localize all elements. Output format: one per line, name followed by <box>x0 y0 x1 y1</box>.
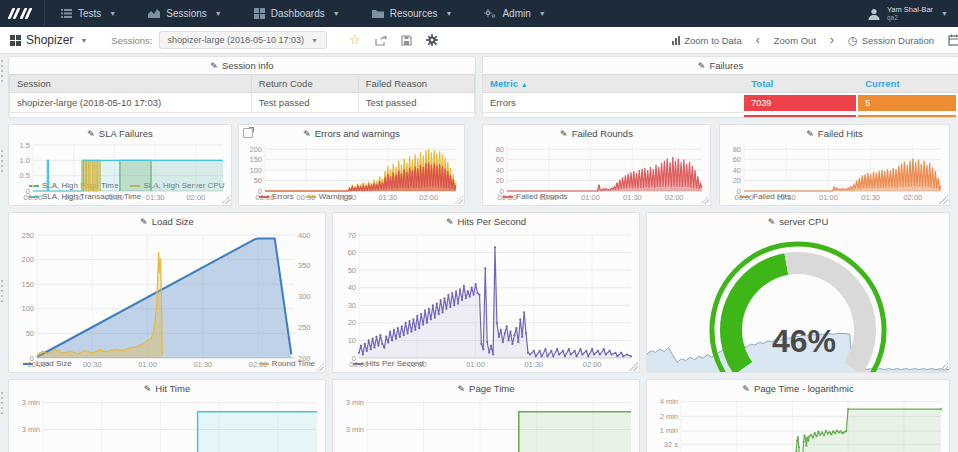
svg-text:150: 150 <box>249 155 262 164</box>
share-icon[interactable] <box>375 35 387 46</box>
edit-pencil-icon[interactable]: ✎ <box>210 61 218 71</box>
hit-time-chart[interactable]: 00:0000:3001:0001:3002:003 min3 min2 min… <box>9 397 325 452</box>
app-logo[interactable] <box>0 0 45 27</box>
resize-handle[interactable] <box>221 195 230 204</box>
edit-pencil-icon[interactable]: ✎ <box>806 129 814 139</box>
panel-title-text: Session info <box>222 60 274 71</box>
zoom-to-data-button[interactable]: Zoom to Data <box>672 35 742 46</box>
errors-warnings-chart[interactable]: 00:0000:3001:0001:3002:00050100150200 <box>239 142 464 192</box>
sla-failures-chart[interactable]: 00:0000:3001:0001:3002:0000.51.01.5 <box>9 142 231 181</box>
edit-pencil-icon[interactable]: ✎ <box>560 129 568 139</box>
grid-icon <box>254 8 265 19</box>
svg-text:0: 0 <box>30 354 34 363</box>
svg-text:02:00: 02:00 <box>419 193 438 202</box>
save-icon[interactable] <box>401 35 412 46</box>
pan-left-button[interactable]: ‹ <box>756 35 760 45</box>
zoom-out-button[interactable]: Zoom Out <box>774 35 816 46</box>
panel-drag-handle[interactable] <box>0 392 5 414</box>
svg-text:3 min: 3 min <box>22 398 40 407</box>
menu-label: Resources <box>390 8 438 19</box>
svg-text:32 s: 32 s <box>664 440 678 449</box>
edit-pencil-icon[interactable]: ✎ <box>87 129 95 139</box>
edit-pencil-icon[interactable]: ✎ <box>144 384 152 394</box>
session-duration-button[interactable]: ◷ Session Duration <box>848 35 934 46</box>
svg-text:01:00: 01:00 <box>138 360 157 369</box>
resize-handle[interactable] <box>454 195 463 204</box>
failed-hits-chart[interactable]: 00:0000:3001:0001:3002:00020406080 <box>720 142 949 192</box>
panel-drag-handle[interactable] <box>0 60 5 82</box>
menu-resources[interactable]: Resources▼ <box>356 0 469 27</box>
menu-sessions[interactable]: Sessions▼ <box>132 0 238 27</box>
column-header-total[interactable]: Total <box>744 75 858 93</box>
menu-dashboards[interactable]: Dashboards▼ <box>238 0 356 27</box>
table-row: Failed Hits 3466 2 <box>483 113 958 119</box>
favorite-star-icon[interactable]: ☆ <box>349 35 361 45</box>
project-grid-icon <box>10 35 21 46</box>
svg-text:20: 20 <box>733 176 741 185</box>
svg-text:350: 350 <box>298 261 311 270</box>
resize-handle[interactable] <box>315 362 324 371</box>
pan-right-button[interactable]: › <box>830 35 834 45</box>
edit-pencil-icon[interactable]: ✎ <box>140 217 148 227</box>
total-value-badge: 7039 <box>744 95 856 111</box>
column-header-metric[interactable]: Metric ▲ <box>483 75 744 93</box>
resize-handle[interactable] <box>629 362 638 371</box>
user-menu[interactable]: Yam Shal-Bar qa2 ▼ <box>867 6 958 22</box>
panel-drag-handle[interactable] <box>0 150 5 172</box>
total-value-badge: 3466 <box>744 115 856 119</box>
table-row: Errors 7039 5 <box>483 93 958 113</box>
panel-drag-handle[interactable] <box>0 280 5 302</box>
svg-text:100: 100 <box>21 304 34 313</box>
svg-text:00:30: 00:30 <box>539 193 558 202</box>
folder-icon <box>372 9 384 19</box>
user-org: qa2 <box>887 14 933 22</box>
failed-hits-panel: ✎Failed Hits 00:0000:3001:0001:3002:0002… <box>719 124 950 206</box>
load-size-chart[interactable]: 00:0000:3001:0001:3002:00050100150200250… <box>9 232 325 359</box>
failures-table: Metric ▲ Total Current Errors 7039 5 Fai… <box>483 74 958 118</box>
svg-text:3 min: 3 min <box>346 398 364 407</box>
server-cpu-gauge[interactable]: 46% <box>647 232 949 372</box>
calendar-icon[interactable] <box>948 34 958 46</box>
area-chart-icon <box>148 8 160 19</box>
edit-pencil-icon[interactable]: ✎ <box>458 384 466 394</box>
current-value-badge: 5 <box>858 95 956 111</box>
panel-title: ✎Session info <box>9 57 475 74</box>
chevron-down-icon: ▼ <box>941 10 948 17</box>
resize-handle[interactable] <box>939 195 948 204</box>
svg-text:60: 60 <box>496 155 504 164</box>
svg-text:40: 40 <box>733 166 741 175</box>
svg-text:100: 100 <box>249 166 262 175</box>
panel-title: ✎Hits Per Second <box>333 213 639 232</box>
user-avatar-icon <box>867 7 881 21</box>
edit-pencil-icon[interactable]: ✎ <box>698 61 706 71</box>
failed-rounds-chart[interactable]: 00:0000:3001:0001:3002:00020406080 <box>483 142 710 192</box>
project-selector[interactable]: Shopizer ▼ <box>0 33 97 47</box>
svg-text:80: 80 <box>496 145 504 154</box>
edit-pencil-icon[interactable]: ✎ <box>742 384 750 394</box>
svg-text:60: 60 <box>348 248 356 257</box>
menu-label: Sessions <box>166 8 207 19</box>
column-header-current[interactable]: Current <box>858 75 958 93</box>
menu-tests[interactable]: Tests▼ <box>45 0 132 27</box>
edit-pencil-icon[interactable]: ✎ <box>768 217 776 227</box>
edit-pencil-icon[interactable]: ✎ <box>446 217 454 227</box>
hits-per-second-chart[interactable]: 00:0000:3001:0001:3002:00010203040506070 <box>333 232 639 359</box>
current-value-badge: 2 <box>858 115 956 119</box>
svg-text:30: 30 <box>348 301 356 310</box>
session-dropdown[interactable]: shopizer-large (2018-05-10 17:03) ▼ <box>159 31 328 49</box>
page-time-log-chart[interactable]: 00:0000:3001:0001:3002:004 min2 min1 min… <box>647 397 949 452</box>
sla-failures-panel: ✎SLA Failures 00:0000:3001:0001:3002:000… <box>8 124 232 206</box>
svg-text:0: 0 <box>500 187 504 196</box>
svg-text:60: 60 <box>733 155 741 164</box>
page-time-chart[interactable]: 00:0000:3001:0001:3002:003 min3 min2 min… <box>333 397 639 452</box>
menu-label: Dashboards <box>271 8 325 19</box>
svg-text:150: 150 <box>21 280 34 289</box>
resize-handle[interactable] <box>939 362 948 371</box>
external-link-icon[interactable] <box>243 128 253 138</box>
resize-handle[interactable] <box>700 195 709 204</box>
settings-gear-icon[interactable] <box>426 34 438 46</box>
panel-title-text: server CPU <box>779 216 828 227</box>
edit-pencil-icon[interactable]: ✎ <box>303 129 311 139</box>
panel-title-text: Load Size <box>152 216 194 227</box>
menu-admin[interactable]: Admin▼ <box>468 0 561 27</box>
